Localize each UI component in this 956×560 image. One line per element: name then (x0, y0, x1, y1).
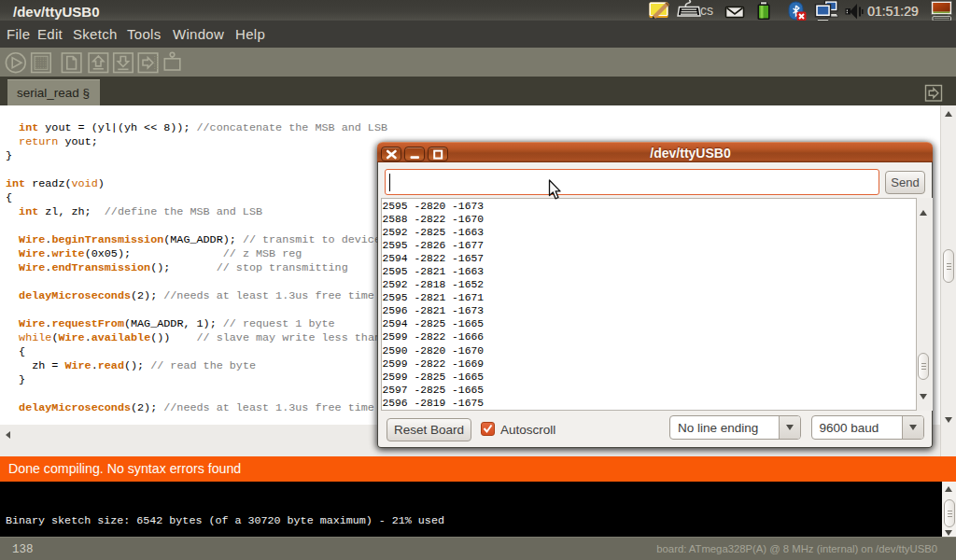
svg-text:cs: cs (700, 3, 713, 18)
